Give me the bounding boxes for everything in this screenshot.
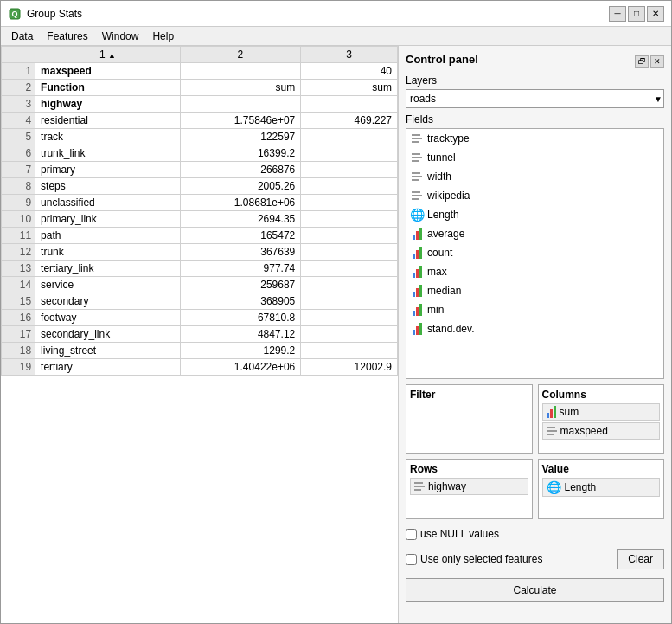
row-num: 11 (2, 228, 35, 244)
field-item[interactable]: median (406, 281, 663, 300)
panel-restore-button[interactable]: 🗗 (635, 55, 649, 68)
use-selected-checkbox[interactable] (406, 554, 417, 565)
row-col1: trunk (35, 244, 181, 261)
row-col1: track (35, 129, 181, 145)
row-num: 3 (2, 96, 35, 113)
app-icon: Q (8, 7, 22, 21)
field-item[interactable]: min (406, 300, 663, 319)
field-item[interactable]: tracktype (406, 129, 663, 148)
table-row: 17secondary_link4847.12 (2, 326, 398, 343)
column-item-name: sum (560, 406, 579, 418)
row-col3 (301, 228, 398, 244)
panel-title: Control panel (406, 53, 478, 66)
filter-columns-row: Filter Columns summaxspeed (406, 384, 664, 454)
table-row: 14service259687 (2, 277, 398, 293)
row-col3 (301, 310, 398, 326)
row-drag-item[interactable]: highway (410, 478, 528, 495)
row-2-num: 2 (2, 80, 35, 96)
menu-help[interactable]: Help (145, 29, 181, 44)
use-selected-row: Use only selected features (406, 553, 542, 565)
filter-label: Filter (410, 389, 528, 401)
rows-value-row: Rows highway Value 🌐Length (406, 459, 664, 519)
bottom-row: use NULL values (406, 528, 664, 540)
text-field-icon (410, 132, 424, 145)
minimize-button[interactable]: ─ (609, 6, 626, 22)
table-row: 9unclassified1.08681e+06 (2, 195, 398, 211)
row-col1: steps (35, 178, 181, 195)
table-row: 15secondary368905 (2, 293, 398, 310)
columns-box: Columns summaxspeed (538, 384, 665, 454)
row-col1: tertiary_link (35, 261, 181, 277)
bar-chart-icon (410, 227, 424, 241)
layers-dropdown[interactable]: roads (406, 89, 664, 108)
row-col2: 259687 (180, 277, 301, 293)
panel-close-button[interactable]: ✕ (650, 55, 664, 68)
field-name: tunnel (427, 151, 456, 164)
row-item-name: highway (428, 480, 466, 492)
row-col2: 1.08681e+06 (180, 195, 301, 211)
field-item[interactable]: tunnel (406, 148, 663, 167)
text-field-icon (410, 170, 424, 183)
main-window: Q Group Stats ─ □ ✕ Data Features Window… (0, 0, 672, 624)
row-col3 (301, 293, 398, 310)
row-num: 13 (2, 261, 35, 277)
row-col2: 367639 (180, 244, 301, 261)
fields-label: Fields (406, 113, 664, 125)
use-null-checkbox[interactable] (406, 529, 417, 540)
svg-text:Q: Q (11, 10, 17, 18)
close-button[interactable]: ✕ (647, 6, 664, 22)
table-row: 5track122597 (2, 129, 398, 145)
main-area: 1 2 3 1 maxspeed 40 (1, 46, 671, 623)
field-item[interactable]: 🌐Length (406, 205, 663, 224)
row-num: 18 (2, 343, 35, 359)
row-col3: 12002.9 (301, 359, 398, 376)
field-item[interactable]: width (406, 167, 663, 186)
row-col3: 469.227 (301, 113, 398, 129)
col1-header[interactable]: 1 (35, 47, 181, 63)
panel-header-controls: 🗗 ✕ (635, 55, 664, 68)
row-col3 (301, 326, 398, 343)
row-col1: service (35, 277, 181, 293)
menu-data[interactable]: Data (4, 29, 40, 44)
row-col3 (301, 244, 398, 261)
filter-box: Filter (406, 384, 533, 454)
field-name: width (427, 170, 451, 183)
field-item[interactable]: count (406, 243, 663, 262)
row-1-col1: maxspeed (35, 63, 181, 80)
calculate-button[interactable]: Calculate (406, 578, 664, 602)
column-drag-item[interactable]: sum (542, 403, 661, 421)
row-col1: path (35, 228, 181, 244)
menu-bar: Data Features Window Help (1, 27, 671, 46)
text-field-icon (547, 427, 557, 435)
control-panel: Control panel 🗗 ✕ Layers roads ▼ Fields (399, 46, 671, 623)
col3-header[interactable]: 3 (301, 47, 398, 63)
field-item[interactable]: average (406, 224, 663, 243)
row-num: 14 (2, 277, 35, 293)
row-col2: 165472 (180, 228, 301, 244)
selected-clear-row: Use only selected features Clear (406, 549, 664, 569)
column-drag-item[interactable]: maxspeed (542, 422, 661, 440)
bar-chart-icon (410, 284, 424, 298)
maximize-button[interactable]: □ (628, 6, 645, 22)
table-panel: 1 2 3 1 maxspeed 40 (1, 46, 399, 623)
row-col1: residential (35, 113, 181, 129)
field-item[interactable]: stand.dev. (406, 319, 663, 338)
row-col1: primary_link (35, 211, 181, 228)
row-col2: 1.40422e+06 (180, 359, 301, 376)
field-name: stand.dev. (427, 323, 474, 335)
value-drag-item[interactable]: 🌐Length (542, 478, 661, 497)
clear-button[interactable]: Clear (617, 549, 664, 569)
value-box: Value 🌐Length (538, 459, 665, 519)
text-field-icon (410, 151, 424, 164)
table-row: 10primary_link2694.35 (2, 211, 398, 228)
title-bar: Q Group Stats ─ □ ✕ (1, 1, 671, 27)
col2-header[interactable]: 2 (180, 47, 301, 63)
menu-features[interactable]: Features (40, 29, 94, 44)
menu-window[interactable]: Window (95, 29, 146, 44)
field-item[interactable]: wikipedia (406, 186, 663, 205)
row-col3 (301, 129, 398, 145)
row-col1: secondary_link (35, 326, 181, 343)
field-name: tracktype (427, 132, 470, 145)
field-item[interactable]: max (406, 262, 663, 281)
row-num: 6 (2, 145, 35, 162)
